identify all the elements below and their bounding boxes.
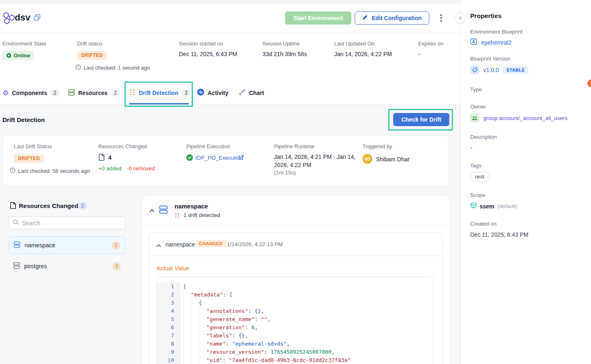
code-line: 2"metadata": [ <box>157 291 433 299</box>
blueprint-icon <box>470 38 477 47</box>
online-ring-icon <box>7 53 11 58</box>
edit-configuration-button[interactable]: Edit Configuration <box>355 11 429 25</box>
summary-label-triggered-by: Triggered by <box>362 143 392 149</box>
resource-item-label: namespace <box>25 242 55 249</box>
status-badge-online: Online <box>2 51 34 60</box>
prop-row-blueprint-version: v1.0.0 STABLE <box>470 66 528 75</box>
tab-components[interactable]: ⚙ Components 2 <box>2 86 60 100</box>
code-block[interactable]: 1{2"metadata": [3{4"annotations": {},5"g… <box>156 276 433 364</box>
owner-link[interactable]: group:account/_account_all_users <box>483 115 568 121</box>
detail-drift-note: 1 drift detected <box>183 212 220 218</box>
status-label-session-uptime: Session Uptime <box>263 41 300 47</box>
resource-item-count: 1 <box>112 241 120 250</box>
prop-label-description: Description <box>470 134 497 140</box>
search-box <box>8 217 126 229</box>
code-line: 3{ <box>157 299 433 307</box>
clock-icon <box>75 64 81 71</box>
clock-icon <box>10 167 16 174</box>
status-label-last-updated: Last Updated On <box>334 41 374 47</box>
summary-triggered-by-name: Shibam Dhar <box>376 156 410 163</box>
status-badge-drifted: DRIFTED <box>77 51 107 60</box>
group-icon <box>470 113 479 122</box>
prop-value-created-on: Dec 11, 2025, 6:43 PM <box>470 231 528 238</box>
status-value-expires-on: - <box>418 51 420 57</box>
stable-badge: STABLE <box>503 66 528 74</box>
status-label-environment-state: Environment State <box>2 41 46 47</box>
blueprint-version-link[interactable]: v1.0.0 <box>483 67 499 73</box>
tag-icon <box>470 66 479 75</box>
code-lines: 1{2"metadata": [3{4"annotations": {},5"g… <box>157 277 433 364</box>
server-stack-icon <box>159 205 168 216</box>
prop-row-owner: group:account/_account_all_users <box>470 113 568 122</box>
start-environment-label: Start Environment <box>293 15 343 21</box>
changed-badge: CHANGED <box>196 240 226 247</box>
copy-icon[interactable] <box>34 14 41 23</box>
prop-row-scope: ssem (default) <box>470 202 517 210</box>
resource-item-label: postgres <box>24 263 47 269</box>
summary-last-checked-note: Last checked: 58 seconds ago <box>10 167 90 174</box>
drift-last-checked-note: Last checked: 1 second ago <box>75 64 150 71</box>
pencil-icon <box>362 14 368 22</box>
prop-value-description: - <box>470 145 472 151</box>
activity-pulse-icon <box>197 88 204 97</box>
pipeline-execution-link[interactable]: IDP_PO_Execution <box>195 155 243 161</box>
prop-row-environment-blueprint: epehemral2 <box>470 38 512 47</box>
annotation-box-drift-tab <box>125 81 193 107</box>
page-title: dsv <box>15 12 30 23</box>
resource-item-count: 3 <box>112 262 121 271</box>
chevron-right-icon <box>458 15 463 22</box>
prop-label-owner: Owner <box>470 104 486 110</box>
server-stack-icon <box>68 89 75 97</box>
tab-resources[interactable]: Resources 2 <box>68 86 120 100</box>
kebab-menu-button[interactable] <box>437 11 446 25</box>
chevron-up-icon[interactable] <box>156 242 161 249</box>
drift-detection-heading: Drift Detection <box>2 116 45 123</box>
code-line: 10"uid": "7aa4fd1c-dad8-49b3-8cdc-91dd2c… <box>157 356 433 364</box>
collapse-panel-button[interactable] <box>455 13 466 24</box>
summary-resources-changed-count: 4 <box>108 154 111 161</box>
check-circle-icon <box>186 154 193 163</box>
resources-panel-title: Resources Changed <box>19 202 78 209</box>
chevron-up-icon[interactable] <box>149 207 155 215</box>
resource-item-namespace[interactable]: namespace 1 <box>8 236 126 254</box>
file-icon <box>98 154 105 163</box>
environment-blueprint-link[interactable]: epehemral2 <box>481 39 512 46</box>
scope-suffix: (default) <box>497 203 518 209</box>
summary-runtime-line2: 2026, 4:22 PM <box>274 162 311 168</box>
code-line: 6"generation": 0, <box>157 323 433 332</box>
document-icon <box>10 202 16 211</box>
tab-activity[interactable]: Activity <box>197 86 229 100</box>
change-resource-name: namespace <box>165 241 195 248</box>
tab-chart[interactable]: Chart <box>239 86 264 100</box>
status-value-last-updated: Jan 14, 2026, 4:22 PM <box>334 51 392 57</box>
avatar: SD <box>362 154 372 164</box>
edit-configuration-label: Edit Configuration <box>371 15 421 21</box>
status-label-drift-status: Drift status <box>77 41 102 47</box>
summary-runtime-line1: Jan 14, 2026, 4:21 PM - Jan 14, <box>274 154 356 160</box>
prop-label-blueprint-version: Blueprint Version <box>470 56 510 62</box>
scatter-chart-icon <box>239 89 246 97</box>
status-value-session-started: Dec 11, 2025, 6:43 PM <box>179 51 237 57</box>
search-input[interactable] <box>22 220 121 226</box>
resources-panel-count: 2 <box>78 202 87 210</box>
summary-label-resources-changed: Resources Changed <box>98 143 147 149</box>
code-line: 7"labels": {}, <box>157 332 433 340</box>
app-logo-hexagons-icon <box>2 12 16 26</box>
start-environment-button[interactable]: Start Environment <box>285 11 351 25</box>
status-label-expires-on: Expires on <box>418 41 443 47</box>
tag-chip: rest <box>470 172 489 181</box>
change-card-divider <box>149 255 443 256</box>
server-stack-icon <box>13 262 20 270</box>
prop-label-type: Type <box>470 86 482 93</box>
summary-badge-drifted: DRIFTED <box>14 154 44 163</box>
tab-components-count: 2 <box>50 89 60 97</box>
drift-icon <box>174 213 180 220</box>
prop-label-environment-blueprint: Environment Blueprint <box>470 29 523 35</box>
prop-label-scope: Scope <box>470 192 485 198</box>
external-link-icon[interactable] <box>238 154 244 162</box>
resource-item-postgres[interactable]: postgres 3 <box>8 257 126 275</box>
summary-label-last-drift-status: Last Drift Status <box>14 143 52 149</box>
properties-title: Properties <box>470 12 502 20</box>
detail-resource-name: namespace <box>174 203 208 210</box>
annotation-box-check-button <box>388 109 453 131</box>
